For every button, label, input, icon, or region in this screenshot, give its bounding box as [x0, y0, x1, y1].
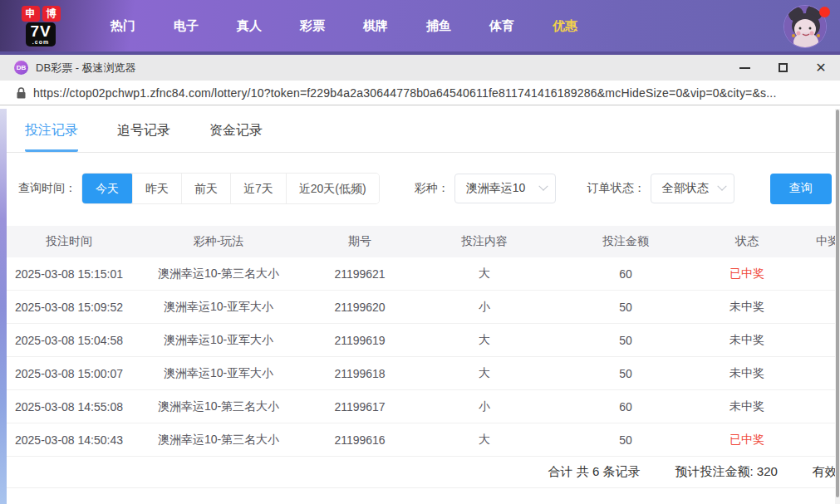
time-option-0[interactable]: 今天 — [81, 173, 133, 204]
cell-amount: 50 — [555, 367, 696, 380]
time-option-2[interactable]: 前天 — [181, 174, 230, 203]
cell-issue: 21199618 — [306, 367, 414, 380]
table-row: 2025-03-08 15:15:01澳洲幸运10-第三名大小21199621大… — [7, 257, 835, 291]
order-status-label: 订单状态： — [587, 181, 646, 196]
chevron-down-icon — [717, 182, 726, 191]
cell-game: 澳洲幸运10-亚军大小 — [131, 366, 306, 381]
cell-time: 2025-03-08 15:09:52 — [7, 301, 131, 314]
cell-prize_fragment: 9 — [798, 433, 835, 447]
table-row: 2025-03-08 14:50:43澳洲幸运10-第三名大小21199616大… — [7, 423, 835, 457]
cell-amount: 60 — [555, 400, 696, 413]
summary-row: 合计 共 6 条记录 预计投注金额: 320 有效投注金额: — [7, 457, 835, 488]
record-tabs: 投注记录追号记录资金记录 — [7, 109, 835, 153]
close-icon: ✕ — [815, 61, 826, 75]
nav-item-lottery[interactable]: 彩票 — [281, 18, 344, 34]
logo-box: 7V .com — [26, 22, 55, 46]
time-option-3[interactable]: 近7天 — [230, 174, 286, 203]
notification-dot — [819, 7, 830, 17]
column-header-6: 中奖金额 — [798, 234, 835, 249]
page-body: 投注记录追号记录资金记录 查询时间： 今天昨天前天近7天近20天(低频) 彩种：… — [0, 109, 840, 504]
filter-bar: 查询时间： 今天昨天前天近7天近20天(低频) 彩种： 澳洲幸运10 订单状态：… — [18, 173, 835, 204]
column-header-5: 状态 — [696, 234, 798, 249]
cell-game: 澳洲幸运10-第三名大小 — [131, 433, 306, 448]
summary-total: 合计 共 6 条记录 — [548, 464, 641, 480]
cell-status: 未中奖 — [696, 333, 798, 348]
user-avatar[interactable] — [784, 5, 828, 50]
browser-titlebar: DB DB彩票 - 极速浏览器 ✕ — [0, 51, 840, 81]
bet-records-table: 投注时间彩种-玩法期号投注内容投注金额状态中奖金额 2025-03-08 15:… — [7, 226, 835, 488]
cell-prize_fragment: 1 — [798, 267, 835, 281]
minimize-icon — [739, 67, 750, 69]
site-logo[interactable]: 申 博 7V .com — [18, 6, 63, 46]
cell-game: 澳洲幸运10-亚军大小 — [131, 333, 306, 348]
url-text: https://ctop02pchwp1.zfnc84.com/lottery/… — [33, 86, 776, 100]
left-edge-strip — [0, 109, 7, 504]
promo-nav: 申 博 7V .com 热门电子真人彩票棋牌捕鱼体育优惠 — [0, 0, 840, 51]
table-row: 2025-03-08 15:09:52澳洲幸运10-亚军大小21199620小5… — [7, 291, 835, 324]
cell-issue: 21199616 — [306, 433, 414, 447]
cell-game: 澳洲幸运10-第三名大小 — [131, 267, 306, 281]
tab-chase-records[interactable]: 追号记录 — [117, 122, 170, 149]
cell-game: 澳洲幸运10-亚军大小 — [131, 300, 306, 315]
close-button[interactable]: ✕ — [802, 55, 840, 81]
cell-time: 2025-03-08 14:55:08 — [7, 400, 131, 413]
scrollbar-thumb[interactable] — [836, 110, 839, 497]
column-header-2: 期号 — [306, 234, 414, 249]
cell-status: 未中奖 — [696, 300, 798, 315]
cell-content: 大 — [414, 267, 555, 281]
cell-amount: 60 — [555, 267, 696, 281]
nav-item-fishing[interactable]: 捕鱼 — [407, 18, 470, 34]
table-body: 2025-03-08 15:15:01澳洲幸运10-第三名大小21199621大… — [7, 257, 835, 457]
table-row: 2025-03-08 14:55:08澳洲幸运10-第三名大小21199617小… — [7, 390, 835, 423]
logo-char-1: 申 — [22, 6, 40, 22]
summary-expected-amount: 预计投注金额: 320 — [675, 464, 777, 480]
lock-icon — [17, 87, 26, 99]
nav-item-hot[interactable]: 热门 — [91, 18, 155, 34]
nav-item-live[interactable]: 真人 — [218, 18, 281, 34]
favicon-db: DB — [14, 61, 28, 75]
time-option-1[interactable]: 昨天 — [132, 174, 181, 203]
logo-char-2: 博 — [42, 6, 61, 22]
cell-status: 已中奖 — [696, 433, 798, 448]
cell-time: 2025-03-08 14:50:43 — [7, 433, 131, 447]
cell-status: 已中奖 — [696, 267, 798, 281]
cell-time: 2025-03-08 15:15:01 — [7, 267, 131, 281]
tab-bet-records[interactable]: 投注记录 — [25, 122, 78, 152]
nav-item-chess[interactable]: 棋牌 — [344, 18, 407, 34]
query-button[interactable]: 查询 — [770, 174, 832, 204]
nav-item-sports[interactable]: 体育 — [470, 18, 533, 34]
maximize-icon — [779, 63, 788, 72]
order-status-select[interactable]: 全部状态 — [651, 174, 734, 203]
column-header-1: 彩种-玩法 — [131, 234, 306, 249]
nav-menu: 热门电子真人彩票棋牌捕鱼体育优惠 — [91, 18, 597, 34]
time-option-4[interactable]: 近20天(低频) — [286, 174, 379, 203]
nav-item-promo[interactable]: 优惠 — [533, 18, 597, 34]
cell-content: 小 — [414, 399, 555, 414]
nav-item-slots[interactable]: 电子 — [155, 18, 218, 34]
cell-content: 小 — [414, 300, 555, 315]
tab-fund-records[interactable]: 资金记录 — [209, 122, 263, 149]
table-header-row: 投注时间彩种-玩法期号投注内容投注金额状态中奖金额 — [7, 226, 835, 257]
cell-issue: 21199617 — [306, 400, 414, 413]
time-range-group: 今天昨天前天近7天近20天(低频) — [81, 173, 380, 204]
cell-issue: 21199620 — [306, 301, 414, 314]
minimize-button[interactable] — [725, 55, 764, 81]
table-row: 2025-03-08 15:00:07澳洲幸运10-亚军大小21199618大5… — [7, 357, 835, 390]
cell-status: 未中奖 — [696, 399, 798, 414]
lottery-select-value: 澳洲幸运10 — [466, 181, 526, 196]
cell-time: 2025-03-08 15:04:58 — [7, 334, 131, 347]
cell-content: 大 — [414, 333, 555, 348]
column-header-0: 投注时间 — [7, 234, 131, 249]
logo-com-text: .com — [30, 39, 51, 45]
column-header-4: 投注金额 — [555, 234, 696, 249]
address-bar[interactable]: https://ctop02pchwp1.zfnc84.com/lottery/… — [0, 81, 840, 105]
window-title: DB彩票 - 极速浏览器 — [36, 61, 136, 76]
maximize-button[interactable] — [764, 55, 802, 81]
cell-content: 大 — [414, 366, 555, 381]
cell-amount: 50 — [555, 433, 696, 447]
chevron-down-icon — [538, 182, 548, 191]
cell-amount: 50 — [555, 334, 696, 347]
cell-content: 大 — [414, 433, 555, 448]
lottery-select[interactable]: 澳洲幸运10 — [454, 174, 556, 203]
cell-issue: 21199621 — [306, 267, 414, 281]
